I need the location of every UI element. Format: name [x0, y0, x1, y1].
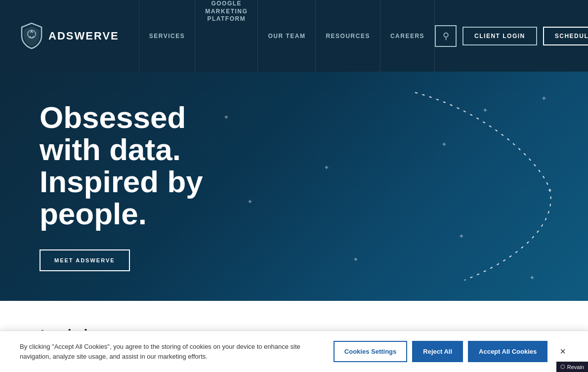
star-decoration-10: ✦	[547, 186, 553, 194]
star-decoration-7: ✦	[324, 164, 330, 171]
consultation-button[interactable]: SCHEDULE A CONSULTATION	[543, 27, 588, 45]
star-decoration-9: ✦	[541, 94, 547, 102]
header-left: ADSWERVE SERVICES GOOGLEMARKETINGPLATFOR…	[20, 0, 435, 72]
star-decoration-4: ✦	[482, 106, 488, 114]
nav-item-gmp[interactable]: GOOGLEMARKETINGPLATFORM	[195, 0, 258, 72]
logo-text: ADSWERVE	[48, 30, 119, 42]
nav-item-our-team[interactable]: OUR TEAM	[258, 0, 316, 72]
star-decoration-3: ✦	[441, 140, 447, 148]
reject-all-button[interactable]: Reject All	[412, 341, 463, 362]
logo[interactable]: ADSWERVE	[20, 22, 119, 49]
star-decoration-1: ✦	[223, 113, 229, 121]
star-decoration-6: ✦	[353, 255, 359, 263]
star-decoration-5: ✦	[459, 232, 464, 240]
star-decoration-8: ✦	[529, 274, 535, 282]
hero-content: Obsessed with data. Inspired by people. …	[40, 101, 203, 271]
header-right: ⚲ CLIENT LOGIN SCHEDULE A CONSULTATION	[435, 25, 588, 47]
cookie-text: By clicking "Accept All Cookies", you ag…	[20, 342, 319, 361]
revain-icon: ⬡	[560, 364, 565, 370]
nav-item-resources[interactable]: RESOURCES	[316, 0, 380, 72]
cookie-banner: By clicking "Accept All Cookies", you ag…	[0, 331, 588, 372]
cookie-buttons: Cookies Settings Reject All Accept All C…	[334, 341, 568, 362]
star-decoration-2: ✦	[247, 198, 253, 206]
client-login-button[interactable]: CLIENT LOGIN	[462, 27, 537, 45]
meet-adswerve-button[interactable]: MEET ADSWERVE	[40, 249, 130, 271]
cookies-settings-button[interactable]: Cookies Settings	[334, 341, 407, 362]
search-button[interactable]: ⚲	[435, 25, 457, 47]
nav-item-services[interactable]: SERVICES	[139, 0, 195, 72]
header: ADSWERVE SERVICES GOOGLEMARKETINGPLATFOR…	[0, 0, 588, 72]
revain-badge: ⬡ Revain	[556, 362, 588, 372]
accept-all-button[interactable]: Accept All Cookies	[468, 341, 547, 362]
cookie-close-button[interactable]: ×	[557, 343, 568, 360]
revain-text: Revain	[567, 364, 584, 370]
hero-title: Obsessed with data. Inspired by people.	[40, 101, 203, 230]
logo-shield-icon	[20, 22, 43, 49]
hero-section: ✦ ✦ ✦ ✦ ✦ ✦ ✦ ✦ ✦ ✦ Obsessed with data. …	[0, 72, 588, 301]
main-nav: SERVICES GOOGLEMARKETINGPLATFORM OUR TEA…	[139, 0, 435, 72]
nav-item-careers[interactable]: CAREERS	[380, 0, 435, 72]
hero-arc-decoration	[242, 72, 588, 301]
search-icon: ⚲	[443, 31, 449, 41]
